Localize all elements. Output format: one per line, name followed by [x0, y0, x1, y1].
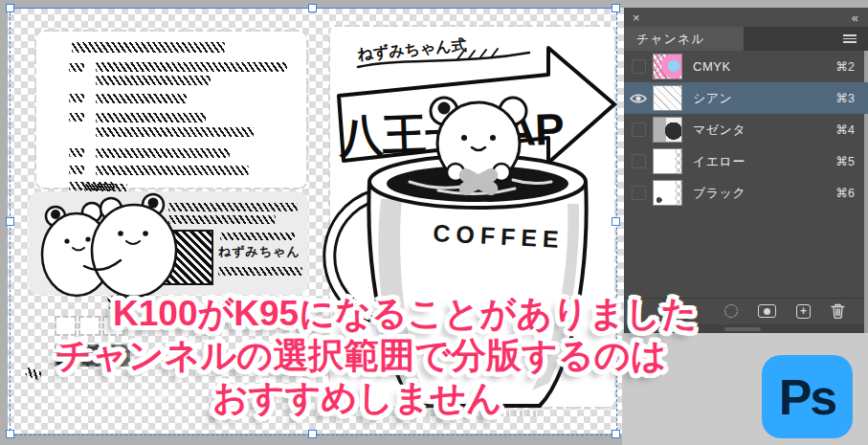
channel-row-black[interactable]: ブラック ⌘6 — [624, 177, 868, 209]
close-icon[interactable]: × — [633, 11, 640, 25]
channel-row-cyan[interactable]: シアン ⌘3 — [624, 82, 868, 114]
channel-shortcut: ⌘6 — [836, 186, 855, 200]
photoshop-logo: Ps — [762, 355, 853, 438]
load-selection-icon[interactable] — [724, 304, 738, 318]
visibility-toggle[interactable] — [624, 59, 653, 74]
visibility-toggle[interactable] — [624, 122, 653, 137]
panel-tab-row: チャンネル — [624, 27, 868, 51]
transform-handle[interactable] — [308, 4, 317, 12]
tab-channels[interactable]: チャンネル — [624, 27, 744, 51]
panel-menu-icon[interactable] — [843, 34, 857, 43]
channel-thumbnail — [653, 148, 682, 174]
delete-channel-icon[interactable] — [831, 303, 845, 319]
visibility-toggle[interactable] — [624, 154, 653, 168]
channel-name: シアン — [693, 90, 836, 107]
channel-name: イエロー — [693, 153, 836, 170]
new-channel-icon[interactable]: + — [796, 304, 811, 319]
channel-shortcut: ⌘3 — [836, 91, 855, 105]
channel-row-yellow[interactable]: イエロー ⌘5 — [624, 145, 868, 177]
collapse-icon[interactable]: « — [852, 11, 858, 25]
channel-name: マゼンタ — [693, 122, 836, 139]
channel-name: ブラック — [693, 185, 836, 202]
channel-shortcut: ⌘4 — [836, 122, 855, 137]
channel-row-cmyk[interactable]: CMYK ⌘2 — [624, 51, 868, 82]
transform-handle[interactable] — [612, 217, 620, 226]
visibility-toggle[interactable] — [624, 93, 653, 104]
transform-handle[interactable] — [308, 430, 317, 438]
transform-handle[interactable] — [612, 430, 620, 438]
transform-handle[interactable] — [6, 4, 14, 12]
channel-name: CMYK — [693, 59, 836, 74]
channel-thumbnail — [653, 54, 682, 79]
channel-row-magenta[interactable]: マゼンタ ⌘4 — [624, 114, 868, 145]
channel-thumbnail — [653, 180, 682, 206]
channel-thumbnail — [653, 85, 682, 111]
transform-handle[interactable] — [6, 217, 14, 226]
eye-icon — [630, 93, 647, 104]
channel-shortcut: ⌘2 — [836, 59, 855, 74]
caption-line-1: K100がK95になることがありました — [113, 290, 698, 338]
channel-thumbnail — [653, 117, 682, 143]
channels-panel: × « チャンネル CMYK ⌘2 シアン ⌘3 — [624, 8, 868, 333]
photoshop-window: ねずみちゃん ねずみちゃん式 八王子MAP — [0, 0, 868, 445]
transform-handle[interactable] — [6, 430, 14, 438]
caption-line-3: おすすめしません — [212, 374, 502, 422]
save-selection-as-channel-icon[interactable] — [758, 304, 776, 318]
caption-line-2: チャンネルの選択範囲で分版するのは — [56, 332, 667, 380]
panel-topbar: × « — [624, 8, 868, 27]
transform-handle[interactable] — [612, 4, 620, 12]
visibility-toggle[interactable] — [624, 186, 653, 200]
channel-shortcut: ⌘5 — [836, 154, 855, 168]
photoshop-logo-text: Ps — [779, 368, 836, 426]
